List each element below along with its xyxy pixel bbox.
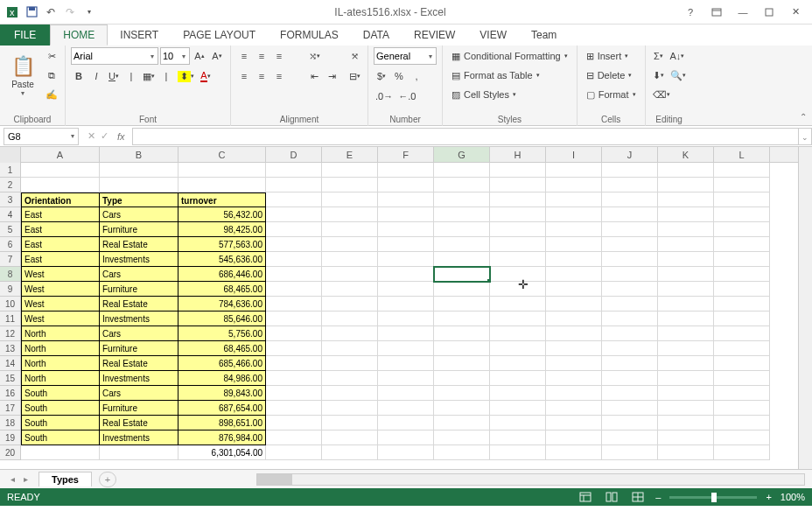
cell-F14[interactable]: [378, 356, 434, 371]
page-layout-view-icon[interactable]: [603, 490, 620, 504]
decrease-decimal-icon[interactable]: ←.0: [396, 88, 417, 105]
cell-J7[interactable]: [602, 252, 658, 267]
cell-F15[interactable]: [378, 371, 434, 386]
cell-E14[interactable]: [322, 356, 378, 371]
column-header-E[interactable]: E: [322, 147, 378, 162]
cell-B2[interactable]: [100, 178, 178, 192]
cell-J19[interactable]: [602, 430, 658, 445]
cell-I4[interactable]: [546, 207, 602, 222]
zoom-slider[interactable]: [669, 496, 757, 499]
cell-I9[interactable]: [546, 282, 602, 297]
select-all-corner[interactable]: [0, 147, 21, 163]
cell-B5[interactable]: Furniture: [100, 222, 178, 237]
cell-E7[interactable]: [322, 252, 378, 267]
page-break-view-icon[interactable]: [629, 490, 647, 504]
cell-C12[interactable]: 5,756.00: [178, 326, 266, 341]
fill-icon[interactable]: ⬇▾: [651, 66, 667, 84]
cell-A2[interactable]: [21, 178, 100, 192]
cell-E10[interactable]: [322, 297, 378, 312]
cell-J14[interactable]: [602, 356, 658, 371]
cell-L15[interactable]: [714, 371, 770, 386]
cell-F11[interactable]: [378, 312, 434, 326]
cell-G10[interactable]: [434, 297, 490, 312]
borders-button[interactable]: ▦▾: [141, 67, 157, 85]
cell-I2[interactable]: [546, 178, 602, 192]
cell-I10[interactable]: [546, 297, 602, 312]
row-header-6[interactable]: 6: [0, 237, 21, 252]
cell-B18[interactable]: Real Estate: [100, 416, 178, 430]
cell-A9[interactable]: West: [21, 282, 100, 297]
sheet-nav-prev-icon[interactable]: ◂: [7, 474, 18, 484]
cell-K20[interactable]: [658, 445, 714, 460]
cell-G3[interactable]: [434, 192, 490, 207]
cell-D3[interactable]: [266, 192, 322, 207]
cell-B11[interactable]: Investments: [100, 312, 178, 326]
cell-G13[interactable]: [434, 341, 490, 356]
row-header-8[interactable]: 8: [0, 267, 21, 282]
cell-A13[interactable]: North: [21, 341, 100, 356]
vertical-scrollbar[interactable]: [798, 147, 812, 469]
cell-K7[interactable]: [658, 252, 714, 267]
cell-C4[interactable]: 56,432.00: [178, 207, 266, 222]
cell-H15[interactable]: [490, 371, 546, 386]
cell-H17[interactable]: [490, 401, 546, 416]
save-icon[interactable]: [23, 4, 40, 21]
cell-D18[interactable]: [266, 416, 322, 430]
cell-H18[interactable]: [490, 416, 546, 430]
cell-J5[interactable]: [602, 222, 658, 237]
orientation-icon[interactable]: ⤭▾: [306, 47, 322, 65]
column-header-G[interactable]: G: [434, 147, 490, 162]
cell-B17[interactable]: Furniture: [100, 401, 178, 416]
cell-E12[interactable]: [322, 326, 378, 341]
insert-button[interactable]: ⊞Insert▾: [583, 47, 640, 65]
cell-C1[interactable]: [178, 163, 266, 178]
row-header-15[interactable]: 15: [0, 371, 21, 386]
cell-K11[interactable]: [658, 312, 714, 326]
cell-H2[interactable]: [490, 178, 546, 192]
row-header-14[interactable]: 14: [0, 356, 21, 371]
column-header-D[interactable]: D: [266, 147, 322, 162]
cell-A8[interactable]: West: [21, 267, 100, 282]
cell-J3[interactable]: [602, 192, 658, 207]
maximize-icon[interactable]: [758, 4, 780, 20]
cell-C10[interactable]: 784,636.00: [178, 297, 266, 312]
cell-A11[interactable]: West: [21, 312, 100, 326]
cell-E1[interactable]: [322, 163, 378, 178]
cell-J20[interactable]: [602, 445, 658, 460]
wrap-text-button[interactable]: ⤧: [346, 47, 362, 65]
cell-K19[interactable]: [658, 430, 714, 445]
cell-G16[interactable]: [434, 386, 490, 401]
cut-icon[interactable]: ✂: [44, 47, 60, 65]
row-header-16[interactable]: 16: [0, 386, 21, 401]
cell-D1[interactable]: [266, 163, 322, 178]
cell-A10[interactable]: West: [21, 297, 100, 312]
row-header-5[interactable]: 5: [0, 222, 21, 237]
cell-K4[interactable]: [658, 207, 714, 222]
cell-E2[interactable]: [322, 178, 378, 192]
cell-C20[interactable]: 6,301,054.00: [178, 445, 266, 460]
delete-button[interactable]: ⊟Delete▾: [583, 66, 640, 84]
cell-C11[interactable]: 85,646.00: [178, 312, 266, 326]
align-center-icon[interactable]: ≡: [254, 67, 270, 85]
tab-data[interactable]: DATA: [351, 24, 402, 46]
cell-B1[interactable]: [100, 163, 178, 178]
cell-B12[interactable]: Cars: [100, 326, 178, 341]
column-header-F[interactable]: F: [378, 147, 434, 162]
column-header-A[interactable]: A: [21, 147, 100, 162]
cell-H5[interactable]: [490, 222, 546, 237]
cell-D20[interactable]: [266, 445, 322, 460]
cell-K3[interactable]: [658, 192, 714, 207]
cell-K13[interactable]: [658, 341, 714, 356]
format-button[interactable]: ▢Format▾: [583, 86, 640, 103]
cell-C13[interactable]: 68,465.00: [178, 341, 266, 356]
cell-E9[interactable]: [322, 282, 378, 297]
font-size-combo[interactable]: 10▾: [160, 47, 190, 65]
find-icon[interactable]: 🔍▾: [668, 66, 688, 84]
cell-F6[interactable]: [378, 237, 434, 252]
clear-icon[interactable]: ⌫▾: [651, 86, 672, 103]
align-left-icon[interactable]: ≡: [236, 67, 252, 85]
cell-L3[interactable]: [714, 192, 770, 207]
cell-I20[interactable]: [546, 445, 602, 460]
cell-F5[interactable]: [378, 222, 434, 237]
cell-F13[interactable]: [378, 341, 434, 356]
